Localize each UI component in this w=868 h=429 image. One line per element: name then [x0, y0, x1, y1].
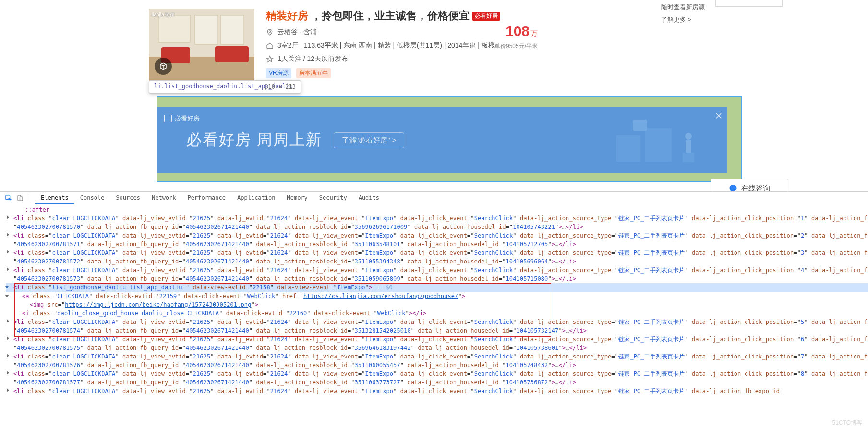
dom-li-row-cont[interactable]: "405462302700781571" data-lj_action_fb_q…: [6, 240, 868, 249]
listing-title[interactable]: 精装好房，拎包即住，业主诚售，价格便宜 必看好房: [266, 9, 535, 23]
listing-followers: 1人关注 / 12天以前发布: [277, 55, 348, 63]
tab-memory[interactable]: Memory: [281, 192, 313, 204]
svg-rect-13: [683, 153, 694, 162]
dom-li-row-cont[interactable]: "405462302700781573" data-lj_action_fb_q…: [6, 274, 868, 283]
dom-li-row[interactable]: <li class="clear LOGCLICKDATA" data-lj_v…: [6, 352, 868, 361]
tab-performance[interactable]: Performance: [182, 192, 231, 204]
banner-cta-label: 了解"必看好房" >: [342, 136, 397, 145]
sidebar-line-1[interactable]: 随时查看新房源: [661, 1, 705, 13]
svg-rect-10: [633, 120, 647, 131]
listing-card[interactable]: lianjia 链家 精装好房，拎包即住，业主诚售，价格便宜 必看好房 云栖谷 …: [149, 9, 535, 81]
location-icon: [266, 28, 274, 36]
online-chat-button[interactable]: 在线咨询: [711, 179, 788, 192]
tab-application[interactable]: Application: [231, 192, 281, 204]
sidebar-line-2[interactable]: 了解更多 >: [661, 13, 705, 26]
dom-li-row[interactable]: <li class="clear LOGCLICKDATA" data-lj_v…: [6, 266, 868, 274]
listing-location: 云栖谷 - 含浦: [277, 28, 317, 36]
devtools-panel: Elements Console Sources Network Perform…: [0, 192, 868, 429]
dom-li-row[interactable]: <li class="clear LOGCLICKDATA" data-lj_v…: [6, 214, 868, 223]
dom-li-row[interactable]: <li class="clear LOGCLICKDATA" data-lj_v…: [6, 318, 868, 326]
listing-tags: VR房源 房本满五年: [266, 68, 535, 78]
tooltip-selector: li.list_goodhouse_daoliu.list_app_daoliu: [154, 83, 260, 91]
tab-elements[interactable]: Elements: [35, 192, 74, 204]
banner-cta-button[interactable]: 了解"必看好房" >: [334, 132, 405, 148]
dom-selected-img[interactable]: <img src="https://img.ljcdn.com/beike/ha…: [6, 300, 868, 309]
svg-point-11: [685, 133, 692, 140]
chat-icon: [729, 184, 737, 192]
listing-spec: 3室2厅 | 113.63平米 | 东南 西南 | 精装 | 低楼层(共11层)…: [277, 41, 495, 50]
banner-brand-text: 必看好房: [175, 114, 200, 123]
must-see-badge: 必看好房: [472, 12, 500, 21]
tag-vr[interactable]: VR房源: [266, 68, 291, 78]
dom-li-row-cont[interactable]: "405462302700781570" data-lj_action_fb_q…: [6, 223, 868, 231]
listing-thumbnail[interactable]: lianjia 链家: [149, 9, 254, 81]
thumbnail-watermark: lianjia 链家: [152, 12, 175, 18]
tooltip-dimensions: 910 × 213: [265, 83, 296, 90]
price-unit: 万: [530, 29, 538, 37]
tag-five-year[interactable]: 房本满五年: [296, 68, 331, 78]
floating-empty-box: [715, 0, 783, 7]
dom-li-row-cont[interactable]: "405462302700781572" data-lj_action_fb_q…: [6, 257, 868, 266]
dom-li-row[interactable]: <li class="clear LOGCLICKDATA" data-lj_v…: [6, 369, 868, 378]
page-watermark: 51CTO博客: [832, 419, 862, 427]
listing-price: 108万 单价9505元/平米: [494, 23, 538, 50]
svg-rect-8: [616, 135, 640, 162]
inspected-element-highlight: 必看好房 必看好房 周周上新 了解"必看好房" >: [157, 96, 742, 182]
price-per-sqm: 单价9505元/平米: [494, 42, 538, 50]
svg-rect-5: [221, 15, 244, 44]
dom-li-row-cont[interactable]: "405462302700781577" data-lj_action_fb_q…: [6, 378, 868, 387]
dom-selected-i[interactable]: <i class="daoliu_close_good_house daoliu…: [6, 309, 868, 318]
listing-followers-row: 1人关注 / 12天以前发布: [266, 55, 535, 63]
banner-illustration: [612, 116, 708, 164]
dom-selected-li[interactable]: <li class="list_goodhouse_daoliu list_ap…: [6, 283, 868, 292]
goodhouse-banner[interactable]: 必看好房 必看好房 周周上新 了解"必看好房" >: [157, 107, 727, 173]
dom-li-truncated[interactable]: <li class="clear LOGCLICKDATA" data-lj_v…: [6, 387, 868, 395]
price-number: 108: [506, 23, 530, 39]
device-toggle-icon[interactable]: [14, 193, 25, 203]
svg-rect-12: [686, 140, 691, 153]
svg-rect-2: [215, 46, 249, 62]
vr-badge-icon[interactable]: [155, 58, 172, 75]
house-icon: [266, 42, 274, 49]
star-icon: [266, 55, 274, 63]
svg-rect-9: [645, 128, 672, 162]
devtools-element-tooltip: li.list_goodhouse_daoliu.list_app_daoliu…: [149, 80, 301, 94]
inspect-element-icon[interactable]: [3, 193, 13, 203]
tab-console[interactable]: Console: [74, 192, 110, 204]
dom-li-row[interactable]: <li class="clear LOGCLICKDATA" data-lj_v…: [6, 231, 868, 240]
tab-security[interactable]: Security: [313, 192, 353, 204]
chat-label: 在线咨询: [741, 184, 770, 192]
svg-rect-6: [158, 15, 190, 42]
page-top-region: lianjia 链家 精装好房，拎包即住，业主诚售，价格便宜 必看好房 云栖谷 …: [0, 0, 868, 192]
tab-network[interactable]: Network: [146, 192, 182, 204]
right-sidebar-links: 随时查看新房源 了解更多 >: [661, 1, 705, 26]
dom-li-row-cont[interactable]: "405462302700781575" data-lj_action_fb_q…: [6, 344, 868, 352]
dom-li-row-cont[interactable]: "405462302700781576" data-lj_action_fb_q…: [6, 361, 868, 369]
banner-brand: 必看好房: [164, 114, 200, 123]
dom-li-row[interactable]: <li class="clear LOGCLICKDATA" data-lj_v…: [6, 249, 868, 257]
svg-rect-4: [195, 15, 218, 44]
devtools-toolbar: Elements Console Sources Network Perform…: [0, 192, 868, 204]
dom-li-row[interactable]: <li class="clear LOGCLICKDATA" data-lj_v…: [6, 335, 868, 344]
dom-li-row-cont[interactable]: "405462302700781574" data-lj_action_fb_q…: [6, 326, 868, 335]
tab-audits[interactable]: Audits: [353, 192, 385, 204]
listing-title-highlight: 精装好房: [266, 9, 308, 23]
banner-close-icon[interactable]: [714, 111, 723, 120]
dom-selected-a[interactable]: <a class="CLICKDATA" data-click-evtid="2…: [6, 292, 868, 300]
svg-rect-16: [20, 197, 23, 201]
banner-title: 必看好房 周周上新: [186, 130, 322, 151]
banner-logo-icon: [164, 115, 172, 122]
listing-title-rest: ，拎包即住，业主诚售，价格便宜: [311, 9, 470, 23]
devtools-tabs: Elements Console Sources Network Perform…: [35, 192, 385, 204]
dom-pseudo-after[interactable]: ::after: [6, 205, 868, 214]
svg-point-7: [269, 31, 270, 32]
devtools-dom-tree[interactable]: ::after<li class="clear LOGCLICKDATA" da…: [0, 204, 868, 429]
tab-sources[interactable]: Sources: [110, 192, 146, 204]
